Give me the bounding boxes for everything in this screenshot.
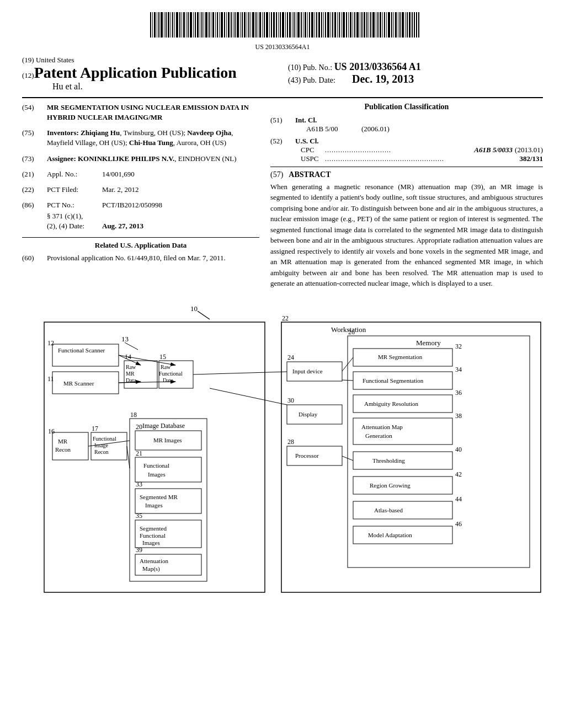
class-52-uspc-dots: ........................................… <box>325 155 517 163</box>
pub-date-value: Dec. 19, 2013 <box>352 73 414 85</box>
label-12: 12 <box>47 339 54 347</box>
class-52-cpc-value: A61B 5/0033 <box>474 146 513 154</box>
svg-rect-94 <box>360 12 360 38</box>
svg-rect-4 <box>157 12 157 38</box>
svg-rect-116 <box>409 12 411 38</box>
svg-rect-9 <box>168 12 169 38</box>
svg-rect-119 <box>416 12 417 38</box>
svg-rect-31 <box>217 12 218 38</box>
pub-class-title: Publication Classification <box>270 103 543 111</box>
svg-rect-24 <box>201 12 202 38</box>
label-35: 35 <box>136 512 142 520</box>
class-51-label: Int. Cl. <box>295 116 317 125</box>
seg-func-label: Segmented <box>140 525 167 532</box>
bib-75: (75) Inventors: Zhiqiang Hu, Twinsburg, … <box>22 128 259 148</box>
class-52-cpc-label: CPC <box>301 146 323 154</box>
svg-rect-74 <box>315 12 315 38</box>
bib-75-label: Inventors: <box>47 129 79 137</box>
svg-rect-12 <box>174 12 175 38</box>
svg-rect-39 <box>234 12 236 38</box>
patent-page: { "barcode": { "alt": "Patent barcode" }… <box>0 0 565 728</box>
svg-rect-79 <box>325 12 326 38</box>
class-52-uspc-label: USPC <box>301 154 323 163</box>
svg-rect-75 <box>316 12 317 38</box>
abstract-num: (57) <box>270 170 283 179</box>
svg-rect-71 <box>307 12 308 38</box>
svg-rect-72 <box>309 12 310 38</box>
arrow-10 <box>198 311 210 319</box>
svg-rect-46 <box>250 12 251 38</box>
class-51-num: (51) <box>270 116 295 133</box>
svg-rect-53 <box>266 12 268 38</box>
mr-scanner-label: MR Scanner <box>63 380 94 387</box>
svg-rect-102 <box>377 12 379 38</box>
svg-rect-97 <box>366 12 367 38</box>
svg-rect-60 <box>282 12 284 38</box>
svg-rect-110 <box>395 12 397 38</box>
svg-rect-45 <box>248 12 249 38</box>
atten-gen-label2: Generation <box>365 432 392 439</box>
svg-rect-22 <box>197 12 199 38</box>
label-13: 13 <box>121 335 129 343</box>
svg-rect-15 <box>182 12 182 38</box>
bib-54-num: (54) <box>22 103 47 122</box>
bib-60-content: Provisional application No. 61/449,810, … <box>47 253 259 263</box>
main-content: (54) MR SEGMENTATION USING NUCLEAR EMISS… <box>22 103 543 289</box>
label-32: 32 <box>455 342 462 350</box>
svg-rect-98 <box>369 12 369 38</box>
label-36: 36 <box>455 389 462 397</box>
svg-rect-107 <box>388 12 390 38</box>
svg-rect-117 <box>412 12 413 38</box>
svg-rect-114 <box>405 12 406 38</box>
svg-rect-65 <box>294 12 295 38</box>
atten-map-label2: Map(s) <box>142 565 160 572</box>
raw-func-label3: Data <box>163 377 173 383</box>
col-right: Publication Classification (51) Int. Cl.… <box>270 103 543 289</box>
pub-number-label: (10) Pub. No.: <box>288 63 332 72</box>
workstation-box <box>281 322 541 592</box>
region-growing-label: Region Growing <box>370 482 411 489</box>
svg-rect-6 <box>161 12 163 38</box>
raw-mr-label: Raw <box>126 364 136 370</box>
label-20: 20 <box>136 423 142 431</box>
label-46: 46 <box>455 520 462 528</box>
svg-rect-28 <box>211 12 211 38</box>
svg-rect-10 <box>170 12 171 38</box>
func-images-label2: Images <box>148 471 166 478</box>
svg-rect-99 <box>370 12 371 38</box>
label-33: 33 <box>136 480 142 488</box>
svg-rect-100 <box>372 12 375 38</box>
svg-rect-88 <box>346 12 347 38</box>
svg-rect-105 <box>384 12 385 38</box>
class-51-content: Int. Cl. A61B 5/00 (2006.01) <box>295 116 543 133</box>
func-recon-label: Functional <box>93 436 116 442</box>
svg-rect-57 <box>276 12 277 38</box>
label-15: 15 <box>159 353 166 361</box>
svg-rect-101 <box>376 12 376 38</box>
svg-rect-81 <box>331 12 331 38</box>
svg-rect-96 <box>364 12 365 38</box>
bib-21-value: 14/001,690 <box>102 169 135 179</box>
related-divider <box>22 237 259 238</box>
label-40: 40 <box>455 446 462 453</box>
func-images-label: Functional <box>143 462 169 469</box>
svg-rect-108 <box>391 12 392 38</box>
seg-mr-label2: Images <box>145 502 163 508</box>
seg-mr-box <box>135 489 201 513</box>
mr-recon-label2: Recon <box>55 446 71 453</box>
class-52-uspc-value: 382/131 <box>519 154 543 163</box>
svg-rect-95 <box>361 12 363 38</box>
label-22: 22 <box>282 314 289 322</box>
pub-date-label: (43) Pub. Date: <box>288 76 335 85</box>
class-52-dots: .............................. <box>325 146 472 154</box>
abstract-divider <box>270 167 543 167</box>
barcode-area <box>22 11 543 41</box>
country-label: (19) United States <box>22 56 277 65</box>
model-adapt-label: Model Adaptation <box>368 532 412 538</box>
raw-func-label: Raw <box>161 364 171 370</box>
svg-rect-37 <box>231 12 232 38</box>
svg-rect-55 <box>271 12 272 38</box>
display-label: Display <box>299 411 318 417</box>
arrow-raw-to-input <box>193 372 287 374</box>
memory-label: Memory <box>416 339 441 347</box>
